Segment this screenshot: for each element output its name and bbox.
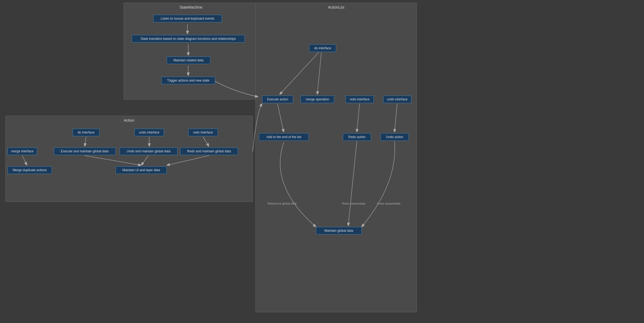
act-merge-dup-node: Merge duplicate actions [8, 166, 52, 174]
al-execute-node: Execute action [262, 96, 293, 103]
redo-seq-label: Redo sequentially [342, 202, 365, 205]
act-undo-node: undo interface [134, 129, 164, 136]
state-machine-title: StateMachine [124, 3, 258, 12]
ref-global-label: Reference global data [268, 202, 297, 205]
sm-maintain-node: Maintain related data [167, 57, 210, 64]
al-merge-node: merge operation [301, 96, 334, 103]
sm-transition-node: State transition based on state diagram … [132, 35, 245, 43]
act-merge-node: merge interface [8, 148, 37, 155]
sm-trigger-node: Trigger actions and new state [161, 77, 215, 84]
act-redo-maintain-node: Redo and maintain global data [180, 148, 238, 155]
al-undo-action-node: Undo action [380, 133, 409, 141]
action-list-panel: ActionList [255, 3, 417, 312]
al-redo-iface-node: redo interface [346, 96, 374, 103]
act-do-node: do interface [73, 129, 99, 136]
act-maintain-ui-node: Maintain UI and layer data [116, 166, 167, 174]
al-maintain-global-node: Maintain global data [316, 227, 362, 234]
action-list-title: ActionList [256, 3, 417, 12]
al-add-end-node: Add to the end of the list [259, 133, 309, 141]
sm-listen-node: Listen to mouse and keyboard events [153, 15, 222, 22]
act-undo-maintain-node: Undo and maintain global data [120, 148, 177, 155]
al-do-node: do interface [309, 44, 336, 52]
act-execute-node: Execute and maintain global data [54, 148, 116, 155]
undo-seq-label: Undo sequentially [377, 202, 400, 205]
al-undo-iface-node: undo interface [383, 96, 411, 103]
action-title: Action [6, 116, 252, 125]
diagram-container: StateMachine Action ActionList Listen to… [0, 0, 644, 323]
al-redo-action-node: Redo action [343, 133, 371, 141]
act-redo-node: redo interface [188, 129, 218, 136]
